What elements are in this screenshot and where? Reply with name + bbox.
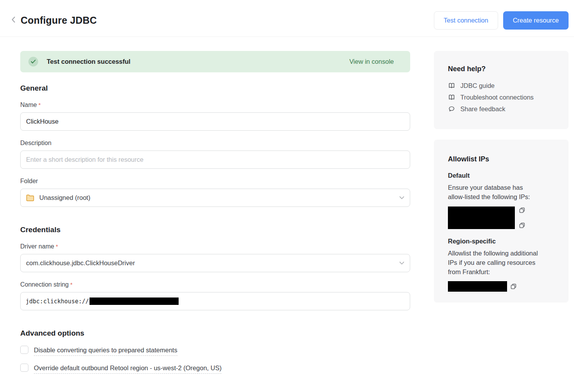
folder-label: Folder bbox=[20, 178, 410, 185]
default-description: Ensure your database has allow-listed th… bbox=[448, 183, 555, 201]
credentials-heading: Credentials bbox=[20, 226, 410, 234]
troubleshoot-connections-link[interactable]: Troubleshoot connections bbox=[448, 91, 555, 103]
redacted-default-ips bbox=[448, 206, 515, 229]
driver-name-label: Driver name* bbox=[20, 243, 410, 250]
check-circle-icon bbox=[28, 57, 38, 66]
book-open-icon bbox=[448, 82, 455, 89]
prepared-statements-label: Disable converting queries to prepared s… bbox=[34, 346, 177, 356]
region-description: Allowlist the following additional IPs i… bbox=[448, 248, 555, 276]
option-row-override-region: Override default outbound Retool region … bbox=[20, 364, 410, 374]
prepared-statements-checkbox[interactable] bbox=[20, 346, 28, 354]
option-row-prepared-statements: Disable converting queries to prepared s… bbox=[20, 346, 410, 356]
driver-name-value: com.clickhouse.jdbc.ClickHouseDriver bbox=[26, 259, 135, 267]
folder-select[interactable]: Unassigned (root) bbox=[20, 189, 410, 207]
folder-select-value: Unassigned (root) bbox=[39, 194, 90, 201]
book-open-icon bbox=[448, 94, 455, 101]
folder-icon bbox=[26, 194, 34, 201]
required-marker: * bbox=[39, 102, 41, 108]
chevron-down-icon bbox=[399, 196, 404, 200]
jdbc-guide-label: JDBC guide bbox=[460, 82, 495, 89]
page-header: Configure JDBC Test connection Create re… bbox=[0, 0, 574, 37]
back-button[interactable] bbox=[9, 11, 18, 30]
header-actions: Test connection Create resource bbox=[434, 11, 569, 30]
copy-icon[interactable] bbox=[519, 207, 525, 214]
general-heading: General bbox=[20, 84, 410, 93]
copy-icon[interactable] bbox=[510, 283, 517, 290]
copy-icon[interactable] bbox=[519, 222, 525, 229]
chevron-down-icon bbox=[399, 261, 404, 265]
connection-string-input[interactable]: jdbc:clickhouse:// bbox=[20, 292, 410, 310]
required-marker: * bbox=[56, 243, 58, 250]
banner-message: Test connection successful bbox=[47, 58, 130, 65]
config-form: Test connection successful View in conso… bbox=[20, 37, 410, 374]
test-connection-button[interactable]: Test connection bbox=[434, 11, 498, 30]
default-subheading: Default bbox=[448, 172, 555, 179]
sidebar: Need help? JDBC guide Troubleshoot conne… bbox=[434, 37, 569, 374]
allowlist-ips-panel: Allowlist IPs Default Ensure your databa… bbox=[434, 140, 569, 303]
jdbc-guide-link[interactable]: JDBC guide bbox=[448, 80, 555, 91]
override-region-checkbox[interactable] bbox=[20, 364, 28, 372]
chat-bubble-icon bbox=[448, 105, 455, 112]
troubleshoot-connections-label: Troubleshoot connections bbox=[460, 94, 534, 101]
view-in-console-link[interactable]: View in console bbox=[349, 58, 394, 65]
share-feedback-link[interactable]: Share feedback bbox=[448, 103, 555, 115]
description-input[interactable] bbox=[20, 150, 410, 169]
advanced-options-heading: Advanced options bbox=[20, 329, 410, 338]
need-help-heading: Need help? bbox=[448, 65, 555, 73]
override-region-label: Override default outbound Retool region … bbox=[34, 364, 221, 374]
description-label: Description bbox=[20, 140, 410, 147]
name-label: Name* bbox=[20, 102, 410, 108]
required-marker: * bbox=[70, 281, 73, 288]
region-specific-subheading: Region-specific bbox=[448, 238, 555, 245]
driver-name-select[interactable]: com.clickhouse.jdbc.ClickHouseDriver bbox=[20, 254, 410, 272]
share-feedback-label: Share feedback bbox=[460, 105, 506, 113]
allowlist-ips-heading: Allowlist IPs bbox=[448, 155, 555, 163]
name-input[interactable] bbox=[20, 112, 410, 131]
chevron-left-icon bbox=[11, 16, 16, 24]
connection-string-prefix: jdbc:clickhouse:// bbox=[26, 298, 89, 305]
page-title: Configure JDBC bbox=[21, 15, 97, 26]
create-resource-button[interactable]: Create resource bbox=[503, 11, 569, 30]
need-help-panel: Need help? JDBC guide Troubleshoot conne… bbox=[434, 51, 569, 129]
success-banner: Test connection successful View in conso… bbox=[20, 51, 410, 72]
redacted-region-ips bbox=[448, 281, 507, 292]
connection-string-label: Connection string* bbox=[20, 281, 410, 288]
redacted-connection-host bbox=[90, 298, 179, 305]
